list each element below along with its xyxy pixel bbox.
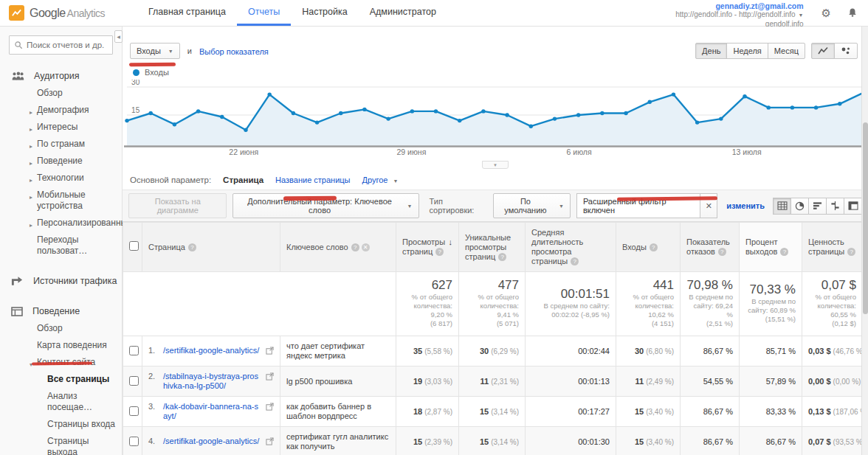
notifications-bell-icon[interactable] [847,7,858,19]
exit-rate-value: 85,71 % [766,347,796,355]
user-block[interactable]: gennadiy.zt@gmail.com http://gendolf.inf… [675,0,803,26]
sidebar-item-exit-pages[interactable]: Страницы выхода [0,433,122,455]
page-link[interactable]: /sertifikat-google-analytics/ [163,346,263,355]
external-link-icon[interactable] [266,372,274,382]
col-header-exit-rate[interactable]: Процент выходов? [740,223,802,272]
sidebar-item-all-pages[interactable]: Все страницы [0,371,122,388]
sidebar-item-demographics[interactable]: Демография [0,102,122,119]
sidebar-item-landing-pages[interactable]: Страницы входа [0,416,122,433]
sidebar-item-mobile[interactable]: Мобильные устройства [0,187,122,215]
performance-view-icon[interactable] [808,198,827,215]
scrollbar-thumb[interactable] [863,122,868,314]
help-icon[interactable]: ? [780,248,788,256]
sidebar-item-interests[interactable]: Интересы [0,119,122,136]
select-all-checkbox[interactable] [129,241,139,251]
nav-customization[interactable]: Настройка [291,0,359,26]
report-search[interactable] [9,35,113,55]
dimension-other-dropdown[interactable]: Другое ▼ [362,176,399,184]
unique-pageviews-value: 30 [480,347,489,355]
motion-chart-view-button[interactable] [834,43,858,59]
dimension-page-title[interactable]: Название страницы [275,176,350,184]
help-icon[interactable]: ? [847,248,855,256]
help-icon[interactable]: ? [498,253,506,261]
sidebar-section-acquisition[interactable]: Источники трафика [0,272,122,290]
col-header-keyword[interactable]: Ключевое слово?✕ [280,223,396,272]
sidebar-section-audience[interactable]: Аудитория [0,67,122,85]
pivot-view-icon[interactable] [844,198,862,215]
row-checkbox[interactable] [129,346,139,355]
row-checkbox[interactable] [129,406,139,416]
external-link-icon[interactable] [266,347,274,356]
search-input[interactable] [27,41,108,49]
sidebar-item-users-flow[interactable]: Переходы пользоват… [0,232,122,260]
page-link[interactable]: /kak-dobavir-bannera-na-sayt/ [163,402,263,421]
sidebar-item-behavior[interactable]: Поведение [0,153,122,170]
sidebar-item-behavior-flow[interactable]: Карта поведения [0,337,122,354]
page-link[interactable]: /stabilnaya-i-bystraya-proshivka-na-lg-p… [163,372,263,391]
chart-collapse-button[interactable]: ▼ [482,161,509,169]
row-checkbox[interactable] [129,437,139,446]
table-view-icon[interactable] [773,198,791,215]
sidebar-item-technology[interactable]: Технологии [0,170,122,187]
user-email[interactable]: gennadiy.zt@gmail.com [675,1,803,10]
pageviews-value: 35 [413,347,422,355]
remove-secondary-dimension-icon[interactable]: ✕ [362,243,370,251]
chevron-down-icon: ▼ [407,204,413,209]
col-header-page[interactable]: Страница? [142,223,280,272]
metric-dropdown-button[interactable]: Входы▼ [130,43,180,59]
svg-text:15: 15 [131,106,140,114]
dimension-page[interactable]: Страница [223,176,264,184]
unique-pageviews-value: 15 [480,437,489,446]
granularity-day-button[interactable]: День [695,43,727,59]
sidebar-item-content-drilldown[interactable]: Анализ посещае… [0,388,122,416]
nav-admin[interactable]: Администратор [359,0,447,26]
col-header-bounce-rate[interactable]: Показатель отказов? [681,223,740,272]
row-number: 2. [148,372,160,381]
page-value-value: 0,07 $ [808,437,831,446]
page-link[interactable]: /sertifikat-google-analytics/ [163,437,263,446]
sort-type-dropdown[interactable]: По умолчанию▼ [493,193,571,218]
help-icon[interactable]: ? [571,257,579,265]
edit-filter-link[interactable]: изменить [726,201,765,210]
help-icon[interactable]: ? [188,243,196,251]
vertical-scrollbar[interactable] [861,27,868,455]
sidebar-section-behavior[interactable]: Поведение [0,302,122,320]
sidebar-item-behavior-overview[interactable]: Обзор [0,320,122,337]
granularity-week-button[interactable]: Неделя [726,43,768,59]
col-header-avg-time[interactable]: Средняя длительность просмотра страницы? [526,223,616,272]
col-header-page-value[interactable]: Ценность страницы? [802,223,863,272]
entrances-trend-chart[interactable]: 1530 22 июня29 июня6 июля13 июля [124,80,867,159]
table-row: 1./sertifikat-google-analytics/ что дает… [123,336,863,367]
row-checkbox[interactable] [129,376,139,386]
account-selector[interactable]: http://gendolf.info - http://gendolf.inf… [675,10,795,18]
col-header-entrances[interactable]: Входы? [616,223,681,272]
plot-rows-button[interactable]: Показать на диаграмме [128,193,227,218]
col-header-unique-pageviews[interactable]: Уникальные просмотры страниц? [459,223,526,272]
sidebar-item-overview[interactable]: Обзор [0,85,122,102]
line-chart-view-button[interactable] [811,43,835,59]
sidebar-collapse-button[interactable]: ◀ [114,30,123,43]
help-icon[interactable]: ? [435,248,444,256]
nav-home[interactable]: Главная страница [137,0,237,26]
avg-time-value: 00:01:13 [578,377,610,386]
help-icon[interactable]: ? [718,248,726,256]
sidebar-item-custom[interactable]: Персонализированный [0,215,122,232]
entrances-value: 11 [636,377,644,386]
granularity-month-button[interactable]: Месяц [768,43,805,59]
report-sidebar: ◀ Аудитория Обзор Демография Интересы По… [0,27,123,455]
col-header-pageviews[interactable]: ↓Просмотры страниц? [396,223,459,272]
motion-chart-icon [841,46,851,55]
sidebar-item-geo[interactable]: По странам [0,136,122,153]
chevron-down-icon: ▼ [393,178,399,184]
percentage-view-icon[interactable] [790,198,809,215]
select-metric-link[interactable]: Выбор показателя [199,47,269,56]
settings-gear-icon[interactable]: ⚙ [822,7,831,18]
help-icon[interactable]: ? [351,243,359,251]
external-link-icon[interactable] [266,403,274,412]
avg-time-value: 00:01:30 [578,437,610,446]
nav-reports[interactable]: Отчеты [237,0,291,26]
comparison-view-icon[interactable] [826,198,844,215]
help-icon[interactable]: ? [650,243,658,251]
external-link-icon[interactable] [266,437,274,447]
row-number: 1. [148,346,160,355]
